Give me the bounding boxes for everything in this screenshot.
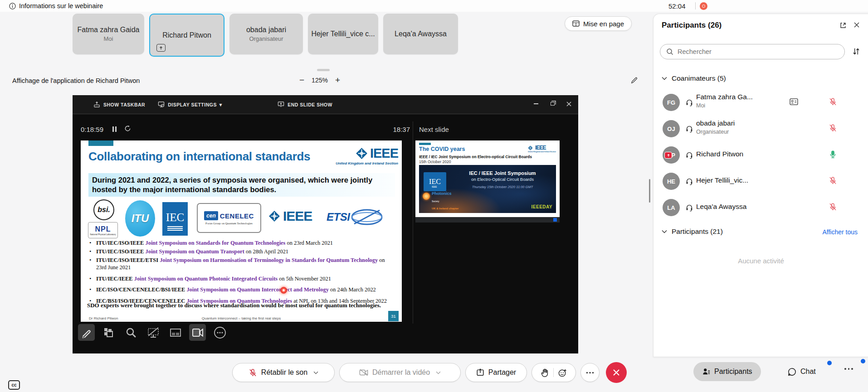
sort-participants-icon[interactable] (852, 47, 860, 56)
notification-dot (861, 359, 865, 363)
video-thumbnail[interactable]: Fatma zahra Gaida Moi (73, 14, 144, 54)
participant-name: Fatma zahra Gaida (78, 26, 140, 34)
show-taskbar-button[interactable]: SHOW TASKBAR (93, 101, 145, 108)
badge-icon (790, 98, 798, 105)
chevron-down-icon[interactable] (436, 371, 441, 374)
clock: 18:37 (384, 126, 410, 133)
participant-role: Organisateur (249, 35, 283, 42)
close-panel-icon[interactable] (853, 22, 860, 28)
ieee-photonics-logo: IEEEPhotonicsSocietyUK & Ireland chapter (423, 182, 458, 211)
search-input[interactable] (678, 48, 827, 55)
camera-off-icon (359, 368, 368, 377)
call-controls: Rétablir le son Démarrer la vidéo Partag… (232, 362, 627, 383)
participant-row[interactable]: LA Leqa'a Awayssa (653, 194, 868, 221)
closed-captions-button[interactable]: cc (8, 380, 20, 390)
end-slideshow-label: END SLIDE SHOW (288, 102, 332, 107)
popout-panel-icon[interactable] (839, 22, 847, 29)
pause-timer-button[interactable] (112, 126, 117, 132)
start-video-label: Démarrer la vidéo (372, 368, 430, 377)
record-indicator-icon[interactable] (700, 2, 707, 10)
video-thumbnail-active-speaker[interactable]: Richard Pitwon (149, 14, 224, 57)
black-screen-button[interactable] (145, 324, 161, 341)
end-slideshow-button[interactable]: END SLIDE SHOW (278, 101, 332, 108)
participant-row[interactable]: HE Hejer Tellili_vic... (653, 168, 868, 194)
participants-panel: Participants (26) Coanimateurs (5) FG Fa… (653, 14, 868, 357)
leave-meeting-button[interactable] (606, 362, 627, 383)
slide-footer-title: Quantum interconnect – taking the first … (81, 316, 402, 320)
show-all-link[interactable]: Afficher tous (653, 228, 858, 236)
participant-role: Organisateur (696, 129, 729, 135)
bsi-logo: bsi. (93, 199, 114, 220)
next-slide-label: Next slide (419, 126, 449, 133)
npl-logo: NPLNational Physical Laboratory (88, 222, 118, 238)
reactions-icon[interactable] (558, 368, 567, 377)
restore-button[interactable] (549, 101, 556, 107)
participant-name: Hejer Tellili_vic... (696, 176, 748, 184)
chevron-down-icon[interactable] (313, 371, 318, 374)
cohosts-header-label: Coanimateurs (5) (672, 74, 726, 82)
cohosts-section-header[interactable]: Coanimateurs (5) (662, 74, 726, 82)
headset-icon (685, 151, 693, 159)
video-thumbnail[interactable]: Hejer Tellili_vice c... (308, 14, 378, 54)
more-tools-button[interactable] (211, 324, 228, 341)
magnify-tool-button[interactable] (122, 324, 139, 341)
chat-toggle-button[interactable]: Chat (788, 362, 816, 381)
webinar-info-label: Informations sur le webinaire (19, 2, 103, 10)
participant-row[interactable]: OJ obada jabari Organisateur (653, 116, 868, 142)
mic-muted-icon[interactable] (829, 176, 837, 185)
zoom-level[interactable]: 125% (312, 77, 328, 84)
filmstrip-collapse-handle[interactable] (317, 69, 330, 71)
mic-muted-icon[interactable] (829, 203, 837, 211)
video-filmstrip: Fatma zahra Gaida Moi Richard Pitwon oba… (73, 14, 458, 57)
zoom-out-button[interactable]: − (299, 75, 304, 85)
next-slide-date: 15th October 2020 (419, 160, 451, 164)
next-slide-preview[interactable]: The COVID years IEEE United Kingdom and … (415, 140, 560, 223)
camera-toggle-button[interactable] (189, 324, 206, 341)
participant-role: Moi (104, 35, 113, 42)
slide-title: Collaborating on international standards (88, 150, 310, 164)
avatar: LA (663, 199, 680, 216)
display-settings-button[interactable]: DISPLAY SETTINGS ▼ (158, 101, 223, 108)
participant-name: obada jabari (696, 119, 735, 127)
next-slide-footer-strip (415, 217, 560, 223)
slide-navigator-button[interactable] (100, 324, 117, 341)
slide-closing-text: SDO experts were brought together to dis… (87, 302, 401, 309)
annotate-icon[interactable] (630, 77, 638, 84)
show-taskbar-icon (93, 101, 100, 108)
close-window-button[interactable] (566, 101, 572, 107)
zoom-in-button[interactable]: + (335, 75, 340, 85)
unmute-button[interactable]: Rétablir le son (232, 363, 335, 382)
reactions-group (532, 363, 576, 382)
video-thumbnail[interactable]: obada jabari Organisateur (229, 14, 303, 54)
avatar: HE (663, 173, 680, 190)
share-button[interactable]: Partager (465, 363, 527, 382)
share-label: Partager (488, 368, 516, 377)
mic-on-icon[interactable] (829, 150, 837, 159)
layout-button[interactable]: Mise en page (565, 16, 632, 31)
mic-muted-icon[interactable] (829, 124, 837, 132)
participants-toggle-button[interactable]: Participants (693, 362, 761, 381)
participant-row[interactable]: FG Fatma zahra Ga... Moi (653, 89, 868, 116)
participant-search[interactable] (660, 44, 845, 59)
participant-row[interactable]: RP Richard Pitwon (653, 142, 868, 168)
minimize-button[interactable] (533, 101, 539, 107)
mic-muted-icon[interactable] (829, 97, 837, 106)
more-panels-button[interactable] (844, 368, 853, 370)
notification-dot (827, 361, 832, 365)
raise-hand-icon[interactable] (541, 368, 549, 377)
webinar-info[interactable]: Informations sur le webinaire (9, 2, 103, 10)
video-thumbnail[interactable]: Leqa'a Awayssa (383, 14, 458, 54)
more-options-button[interactable] (580, 363, 600, 382)
participants-toggle-label: Participants (714, 368, 752, 376)
participant-name: Leqa'a Awayssa (696, 203, 746, 211)
start-video-button[interactable]: Démarrer la vidéo (339, 363, 461, 382)
pen-tool-button[interactable] (78, 324, 95, 341)
restart-timer-button[interactable] (124, 125, 131, 132)
captions-toggle-button[interactable] (167, 324, 184, 341)
divider (553, 368, 554, 377)
panel-resize-handle[interactable] (649, 179, 650, 203)
slide-accent-bar (419, 143, 431, 145)
laser-pointer-dot (280, 287, 287, 294)
layout-button-label: Mise en page (583, 20, 624, 28)
slide-bullet: IEC/ISO/CEN/CENELEC/BSI/IEEE Joint Sympo… (87, 286, 396, 294)
